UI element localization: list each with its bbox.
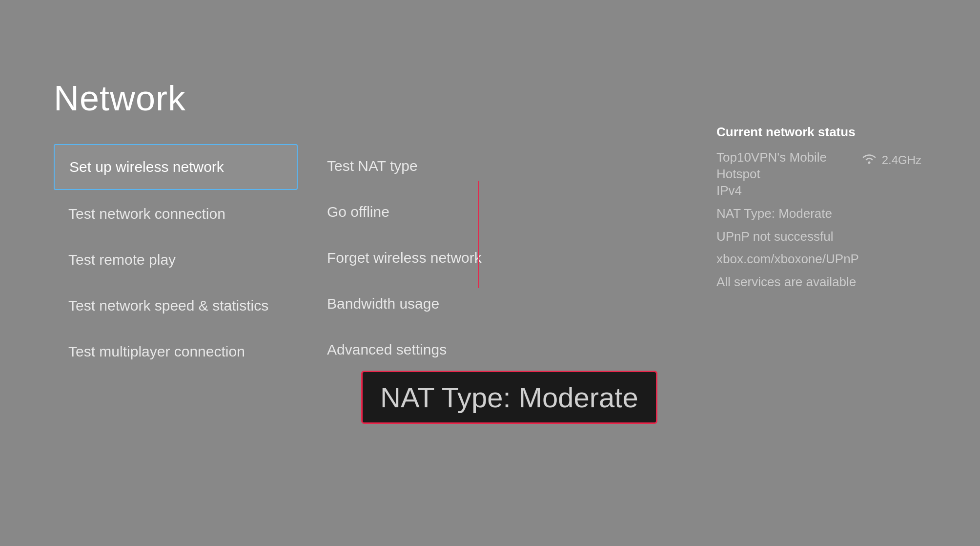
status-upnp: UPnP not successful bbox=[716, 228, 921, 245]
wifi-badge: 2.4GHz bbox=[860, 151, 921, 168]
page-title: Network bbox=[54, 78, 186, 118]
network-name: Top10VPN's MobileHotspot IPv4 bbox=[716, 149, 827, 199]
status-nat-type: NAT Type: Moderate bbox=[716, 205, 921, 222]
red-pointer-line bbox=[478, 181, 479, 288]
network-name-row: Top10VPN's MobileHotspot IPv4 2.4GHz bbox=[716, 149, 921, 199]
status-upnp-link: xbox.com/xboxone/UPnP bbox=[716, 250, 921, 268]
menu-item-test-network-connection[interactable]: Test network connection bbox=[54, 192, 298, 236]
menu-item-setup-wireless[interactable]: Set up wireless network bbox=[54, 144, 298, 190]
menu-item-go-offline[interactable]: Go offline bbox=[322, 190, 566, 234]
wifi-icon bbox=[860, 151, 878, 168]
svg-point-0 bbox=[868, 162, 870, 164]
menu-item-test-network-speed[interactable]: Test network speed & statistics bbox=[54, 284, 298, 328]
left-menu: Set up wireless network Test network con… bbox=[54, 144, 298, 376]
menu-item-bandwidth-usage[interactable]: Bandwidth usage bbox=[322, 282, 566, 326]
status-panel: Current network status Top10VPN's Mobile… bbox=[716, 125, 921, 295]
nat-tooltip: NAT Type: Moderate bbox=[361, 371, 657, 424]
status-panel-title: Current network status bbox=[716, 125, 921, 140]
menu-item-test-nat[interactable]: Test NAT type bbox=[322, 144, 566, 188]
right-menu: Test NAT type Go offline Forget wireless… bbox=[322, 144, 566, 374]
menu-item-advanced-settings[interactable]: Advanced settings bbox=[322, 328, 566, 372]
menu-item-test-remote-play[interactable]: Test remote play bbox=[54, 238, 298, 282]
nat-tooltip-text: NAT Type: Moderate bbox=[380, 381, 638, 413]
menu-item-forget-wireless[interactable]: Forget wireless network bbox=[322, 236, 566, 280]
menu-item-test-multiplayer[interactable]: Test multiplayer connection bbox=[54, 330, 298, 374]
status-services: All services are available bbox=[716, 273, 921, 291]
page-container: Network Set up wireless network Test net… bbox=[0, 0, 980, 546]
